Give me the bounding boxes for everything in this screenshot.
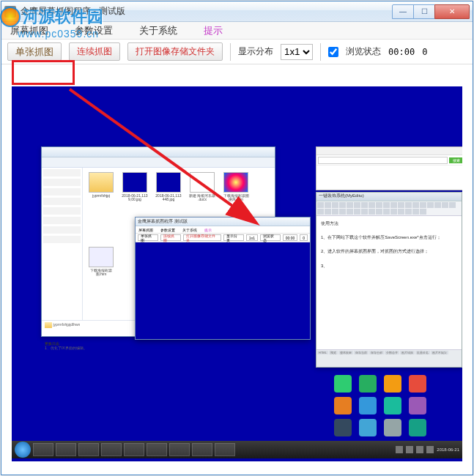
main-window: 金鹰屏幕抓图程序 - 测试版 — ☐ ✕ 屏幕抓图 参数设置 关于系统 提示 单… bbox=[1, 1, 473, 475]
preview-canvas: 搜索 jyprmfxhjpj 2018-06-21,113 9,00.jpg 2… bbox=[12, 86, 462, 461]
browser-window: 搜索 bbox=[316, 146, 462, 190]
nested-app-window: 金鹰屏幕抓图程序 测试版 屏幕抓图 参数设置 关于系统 提示 单张抓图 连续抓图… bbox=[135, 217, 311, 340]
desktop-app-icons bbox=[334, 375, 429, 436]
menu-settings[interactable]: 参数设置 bbox=[75, 24, 113, 37]
browse-label: 浏览状态 bbox=[346, 45, 381, 58]
address-bar bbox=[318, 157, 448, 164]
toolbar: 单张抓图 连续抓图 打开图像存储文件夹 显示分布 1x1 浏览状态 00:00 … bbox=[1, 40, 473, 64]
separator bbox=[230, 43, 231, 61]
menu-about[interactable]: 关于系统 bbox=[139, 24, 177, 37]
taskbar: 2018-06-21 bbox=[12, 441, 462, 458]
close-button[interactable]: ✕ bbox=[434, 4, 470, 19]
menu-capture[interactable]: 屏幕抓图 bbox=[10, 24, 48, 37]
maximize-button[interactable]: ☐ bbox=[413, 4, 435, 19]
window-title: 金鹰屏幕抓图程序 - 测试版 bbox=[21, 5, 393, 18]
separator bbox=[320, 43, 321, 61]
start-button bbox=[15, 442, 31, 458]
layout-select[interactable]: 1x1 bbox=[281, 44, 313, 60]
desktop-screenshot: 搜索 jyprmfxhjpj 2018-06-21,113 9,00.jpg 2… bbox=[12, 146, 462, 458]
minimize-button[interactable]: — bbox=[392, 4, 414, 19]
search-button: 搜索 bbox=[449, 157, 462, 163]
layout-label: 显示分布 bbox=[238, 45, 273, 58]
titlebar[interactable]: 金鹰屏幕抓图程序 - 测试版 — ☐ ✕ bbox=[1, 1, 473, 22]
continuous-capture-button[interactable]: 连续抓图 bbox=[69, 42, 120, 61]
explorer-sidebar bbox=[42, 168, 83, 320]
menubar: 屏幕抓图 参数设置 关于系统 提示 bbox=[1, 22, 473, 40]
editor-window: 一键装饰系统(MyEdito) 使用方法 1、在下网站下载这个软件并解压Save… bbox=[316, 192, 462, 368]
browse-checkbox[interactable] bbox=[328, 47, 338, 57]
counter-display: 0 bbox=[422, 47, 427, 57]
timer-display: 00:00 bbox=[388, 47, 415, 57]
single-capture-button[interactable]: 单张抓图 bbox=[7, 42, 62, 61]
app-icon bbox=[4, 6, 16, 18]
open-folder-button[interactable]: 打开图像存储文件夹 bbox=[127, 42, 223, 61]
menu-tip[interactable]: 提示 bbox=[204, 24, 223, 37]
